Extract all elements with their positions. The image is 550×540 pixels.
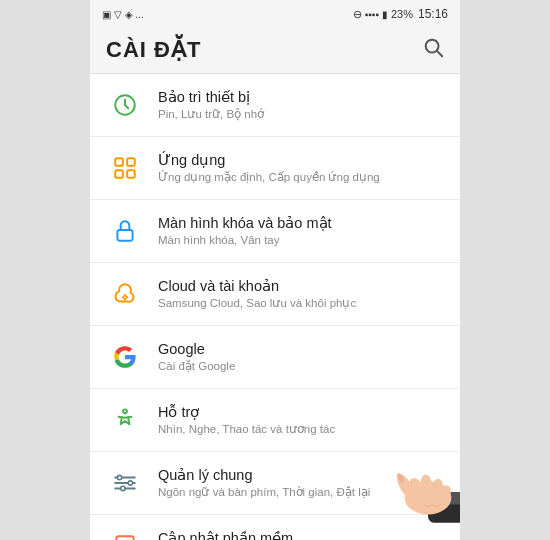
svg-rect-4 <box>127 158 135 166</box>
general-subtitle: Ngôn ngữ và bàn phím, Thời gian, Đặt lại <box>158 485 444 500</box>
lock-screen-title: Màn hình khóa và bảo mật <box>158 214 444 233</box>
settings-header: CÀI ĐẶT <box>90 28 460 74</box>
software-update-icon <box>106 527 144 540</box>
page-title: CÀI ĐẶT <box>106 37 201 63</box>
svg-point-13 <box>128 481 132 485</box>
device-care-title: Bảo trì thiết bị <box>158 88 444 107</box>
software-text: Cập nhật phần mềm Tải về bản cập nhật, L… <box>158 529 444 540</box>
svg-point-14 <box>121 486 125 490</box>
device-care-icon <box>106 86 144 124</box>
svg-point-12 <box>117 475 121 479</box>
lock-screen-subtitle: Màn hình khóa, Vân tay <box>158 233 444 248</box>
svg-rect-7 <box>117 230 132 241</box>
cloud-icon <box>106 275 144 313</box>
settings-item-accessibility[interactable]: Hỗ trợ Nhìn, Nghe, Thao tác và tương tác <box>90 389 460 452</box>
settings-list: Bảo trì thiết bị Pin, Lưu trữ, Bộ nhớ Ứn… <box>90 74 460 540</box>
lock-screen-text: Màn hình khóa và bảo mật Màn hình khóa, … <box>158 214 444 249</box>
accessibility-text: Hỗ trợ Nhìn, Nghe, Thao tác và tương tác <box>158 403 444 438</box>
svg-rect-6 <box>127 170 135 178</box>
search-button[interactable] <box>422 36 444 63</box>
battery-percent: 23% <box>391 8 413 20</box>
status-left: ▣ ▽ ◈ ... <box>102 9 144 20</box>
device-care-subtitle: Pin, Lưu trữ, Bộ nhớ <box>158 107 444 122</box>
status-bar: ▣ ▽ ◈ ... ⊖ ▪▪▪▪ ▮ 23% 15:16 <box>90 0 460 28</box>
apps-icon <box>106 149 144 187</box>
settings-item-apps[interactable]: Ứng dụng Ứng dụng mặc định, Cấp quyền ứn… <box>90 137 460 200</box>
settings-item-google[interactable]: Google Cài đặt Google <box>90 326 460 389</box>
cloud-title: Cloud và tài khoản <box>158 277 444 296</box>
settings-item-general[interactable]: Quản lý chung Ngôn ngữ và bàn phím, Thời… <box>90 452 460 515</box>
settings-item-device-care[interactable]: Bảo trì thiết bị Pin, Lưu trữ, Bộ nhớ <box>90 74 460 137</box>
svg-line-1 <box>437 51 442 56</box>
accessibility-icon <box>106 401 144 439</box>
apps-subtitle: Ứng dụng mặc định, Cấp quyền ứng dụng <box>158 170 444 185</box>
cloud-subtitle: Samsung Cloud, Sao lưu và khôi phục <box>158 296 444 311</box>
apps-text: Ứng dụng Ứng dụng mặc định, Cấp quyền ứn… <box>158 151 444 186</box>
battery-icon: ▮ <box>382 9 388 20</box>
wifi-icon: ⊖ <box>353 8 362 21</box>
google-title: Google <box>158 340 444 359</box>
svg-point-8 <box>123 409 127 413</box>
svg-rect-5 <box>115 170 123 178</box>
phone-frame: ▣ ▽ ◈ ... ⊖ ▪▪▪▪ ▮ 23% 15:16 CÀI ĐẶT <box>90 0 460 540</box>
accessibility-title: Hỗ trợ <box>158 403 444 422</box>
settings-item-lock-screen[interactable]: Màn hình khóa và bảo mật Màn hình khóa, … <box>90 200 460 263</box>
google-subtitle: Cài đặt Google <box>158 359 444 374</box>
google-text: Google Cài đặt Google <box>158 340 444 375</box>
status-right: ⊖ ▪▪▪▪ ▮ 23% 15:16 <box>353 7 448 21</box>
software-title: Cập nhật phần mềm <box>158 529 444 540</box>
cloud-text: Cloud và tài khoản Samsung Cloud, Sao lư… <box>158 277 444 312</box>
time-display: 15:16 <box>418 7 448 21</box>
settings-item-software[interactable]: Cập nhật phần mềm Tải về bản cập nhật, L… <box>90 515 460 540</box>
general-text: Quản lý chung Ngôn ngữ và bàn phím, Thời… <box>158 466 444 501</box>
svg-rect-24 <box>116 536 133 540</box>
settings-item-cloud[interactable]: Cloud và tài khoản Samsung Cloud, Sao lư… <box>90 263 460 326</box>
lock-icon <box>106 212 144 250</box>
svg-rect-3 <box>115 158 123 166</box>
status-icons: ▣ ▽ ◈ ... <box>102 9 144 20</box>
apps-title: Ứng dụng <box>158 151 444 170</box>
device-care-text: Bảo trì thiết bị Pin, Lưu trữ, Bộ nhớ <box>158 88 444 123</box>
accessibility-subtitle: Nhìn, Nghe, Thao tác và tương tác <box>158 422 444 437</box>
signal-bars: ▪▪▪▪ <box>365 9 379 20</box>
general-title: Quản lý chung <box>158 466 444 485</box>
general-icon <box>106 464 144 502</box>
google-icon <box>106 338 144 376</box>
